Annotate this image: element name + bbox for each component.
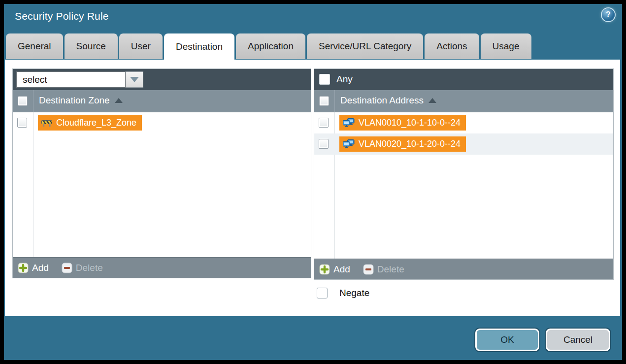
- address-icon: [343, 139, 355, 149]
- zone-select-input[interactable]: [16, 71, 126, 88]
- delete-label: Delete: [377, 264, 404, 275]
- add-label: Add: [32, 263, 49, 273]
- table-row: Cloudflare_L3_Zone: [13, 112, 311, 133]
- sort-asc-icon: [428, 98, 436, 103]
- tab-service-url-category[interactable]: Service/URL Category: [307, 33, 423, 59]
- address-select-all-checkbox[interactable]: [319, 96, 329, 106]
- address-column-label[interactable]: Destination Address: [340, 95, 436, 106]
- column-divider: [33, 90, 33, 112]
- tab-application[interactable]: Application: [236, 33, 305, 59]
- address-entry[interactable]: VLAN0020_10-1-20-0--24: [339, 136, 466, 152]
- zone-select-all-checkbox[interactable]: [18, 96, 28, 106]
- row-checkbox[interactable]: [17, 118, 27, 128]
- dialog-title: Security Policy Rule: [15, 10, 109, 22]
- zone-entry[interactable]: Cloudflare_L3_Zone: [38, 115, 142, 131]
- security-policy-rule-dialog: Security Policy Rule ? General Source Us…: [4, 4, 622, 360]
- zone-list: Cloudflare_L3_Zone: [13, 112, 311, 257]
- tab-destination[interactable]: Destination: [164, 33, 234, 61]
- table-row: VLAN0010_10-1-10-0--24: [314, 112, 613, 133]
- negate-checkbox[interactable]: [317, 288, 328, 298]
- delete-address-button[interactable]: Delete: [363, 264, 404, 275]
- zone-entry-label: Cloudflare_L3_Zone: [56, 118, 136, 128]
- destination-zone-panel: Destination Zone C: [12, 68, 311, 278]
- add-address-button[interactable]: Add: [319, 264, 350, 275]
- delete-label: Delete: [76, 263, 103, 273]
- zone-icon: [41, 119, 52, 127]
- tab-usage[interactable]: Usage: [481, 33, 531, 59]
- address-panel-footer: Add Delete: [314, 259, 613, 279]
- add-icon: [18, 263, 29, 273]
- zone-select-dropdown-button[interactable]: [126, 71, 143, 88]
- tab-source[interactable]: Source: [65, 33, 118, 59]
- destination-tab-content: Destination Zone C: [5, 60, 620, 316]
- zone-select-bar: [13, 69, 311, 90]
- row-checkbox[interactable]: [319, 139, 329, 149]
- tab-bar: General Source User Destination Applicat…: [6, 33, 531, 64]
- zone-column-label[interactable]: Destination Zone: [39, 95, 123, 106]
- delete-icon: [62, 263, 72, 273]
- destination-address-panel: Any Destination Address: [314, 68, 614, 280]
- delete-zone-button[interactable]: Delete: [62, 263, 103, 273]
- column-divider: [334, 90, 335, 112]
- address-list: VLAN0010_10-1-10-0--24: [314, 112, 613, 259]
- address-entry-label: VLAN0010_10-1-10-0--24: [359, 118, 461, 128]
- cancel-button[interactable]: Cancel: [546, 329, 610, 351]
- chevron-down-icon: [130, 77, 139, 82]
- delete-icon: [363, 264, 374, 275]
- negate-label: Negate: [339, 288, 369, 298]
- any-checkbox[interactable]: [319, 74, 330, 85]
- add-icon: [319, 264, 330, 275]
- add-label: Add: [333, 264, 350, 275]
- column-divider: [33, 112, 33, 257]
- address-icon: [343, 118, 355, 128]
- add-zone-button[interactable]: Add: [18, 263, 49, 273]
- address-column-header: Destination Address: [314, 90, 613, 112]
- table-row: VLAN0020_10-1-20-0--24: [314, 133, 613, 155]
- any-label: Any: [336, 74, 353, 85]
- ok-button[interactable]: OK: [475, 329, 539, 351]
- address-entry-label: VLAN0020_10-1-20-0--24: [359, 139, 461, 149]
- tab-user[interactable]: User: [119, 33, 163, 59]
- zone-panel-footer: Add Delete: [13, 257, 311, 278]
- tab-actions[interactable]: Actions: [425, 33, 479, 59]
- tab-general[interactable]: General: [6, 33, 63, 59]
- help-icon[interactable]: ?: [602, 8, 615, 21]
- address-entry[interactable]: VLAN0010_10-1-10-0--24: [339, 115, 466, 131]
- row-checkbox[interactable]: [319, 118, 329, 128]
- zone-column-header: Destination Zone: [13, 90, 311, 112]
- any-bar: Any: [314, 69, 613, 90]
- sort-asc-icon: [115, 98, 123, 103]
